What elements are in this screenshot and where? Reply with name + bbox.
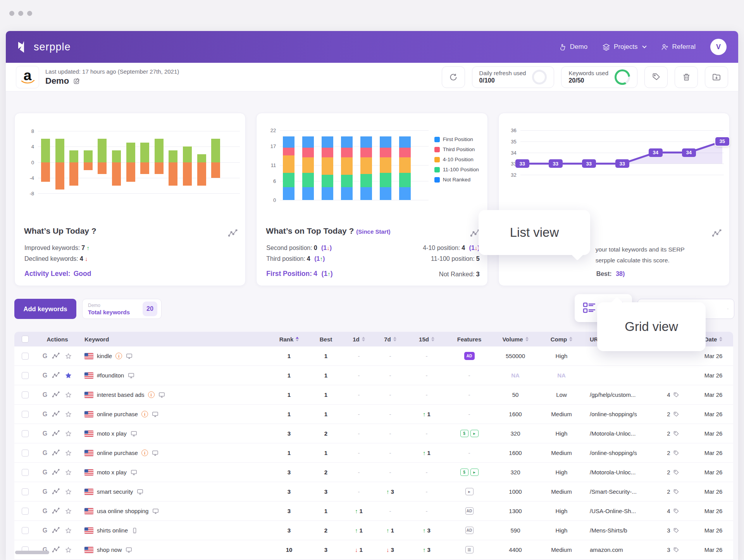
keyword-label[interactable]: online purchase <box>97 450 138 456</box>
google-icon[interactable]: G <box>43 372 47 379</box>
star-icon-filled[interactable] <box>65 372 72 379</box>
serp-graph-icon[interactable] <box>52 527 60 534</box>
add-keywords-button[interactable]: Add keywords <box>14 299 76 319</box>
nav-item-referral[interactable]: Referral <box>661 43 696 51</box>
column-header-volume[interactable]: Volume <box>487 332 544 346</box>
row-checkbox[interactable] <box>22 488 29 495</box>
brand[interactable]: serpple <box>17 40 71 53</box>
serp-graph-icon[interactable] <box>52 372 60 379</box>
star-icon[interactable] <box>65 488 72 495</box>
tag-icon[interactable] <box>673 392 679 398</box>
tags-count[interactable]: 4 <box>667 501 679 520</box>
url-link[interactable]: amazon.com <box>590 546 623 553</box>
nav-item-projects[interactable]: Projects <box>602 43 646 51</box>
keyword-label[interactable]: #founditon <box>97 372 124 379</box>
row-checkbox[interactable] <box>22 391 29 398</box>
search-icon[interactable] <box>727 305 728 313</box>
tag-icon[interactable] <box>673 508 679 514</box>
table-row[interactable]: Gmoto x play32---$▸320High/Motorola-Unlo… <box>14 424 733 443</box>
tag-icon[interactable] <box>673 489 679 495</box>
tags-count[interactable]: 3 <box>667 540 679 559</box>
table-row[interactable]: Gmoto x play32---$▸320High/Motorola-Unlo… <box>14 463 733 482</box>
row-checkbox[interactable] <box>22 469 29 476</box>
serp-graph-icon[interactable] <box>52 488 60 495</box>
star-icon[interactable] <box>65 430 72 437</box>
keyword-label[interactable]: shirts online <box>97 527 128 534</box>
star-icon[interactable] <box>65 391 72 398</box>
activity-icon[interactable] <box>228 229 238 239</box>
table-row[interactable]: Gonline purchasei11--1-1600Medium/online… <box>14 443 733 463</box>
keyword-label[interactable]: moto x play <box>97 469 127 476</box>
sort-icon[interactable] <box>569 337 572 341</box>
table-row[interactable]: Ginterest based adsi11----50Low/gp/help/… <box>14 385 733 405</box>
url-link[interactable]: /Motorola-Unloc... <box>590 469 636 476</box>
horizontal-scrollbar[interactable] <box>15 551 49 554</box>
google-icon[interactable]: G <box>43 391 47 398</box>
tag-icon[interactable] <box>673 431 679 437</box>
serp-graph-icon[interactable] <box>52 508 60 514</box>
row-checkbox[interactable] <box>22 353 29 360</box>
serp-graph-icon[interactable] <box>52 546 60 553</box>
column-header-rank[interactable]: Rank <box>265 332 313 346</box>
user-avatar[interactable]: V <box>710 39 727 55</box>
tag-icon[interactable] <box>673 450 679 456</box>
sort-icon[interactable] <box>525 337 529 341</box>
url-link[interactable]: /online-shopping/s <box>590 450 637 456</box>
row-checkbox[interactable] <box>22 411 29 418</box>
row-checkbox[interactable] <box>22 450 29 457</box>
google-icon[interactable]: G <box>43 353 47 360</box>
star-icon[interactable] <box>65 469 72 476</box>
info-icon[interactable]: i <box>115 353 122 359</box>
info-icon[interactable]: i <box>148 391 155 398</box>
tags-count[interactable]: 2 <box>667 482 679 501</box>
star-icon[interactable] <box>65 411 72 418</box>
row-checkbox[interactable] <box>22 372 29 379</box>
sort-icon[interactable] <box>393 337 396 341</box>
star-icon[interactable] <box>65 546 72 553</box>
keyword-label[interactable]: usa online shopping <box>97 508 148 514</box>
move-folder-button[interactable] <box>705 66 728 88</box>
tag-icon[interactable] <box>673 469 679 476</box>
tag-icon[interactable] <box>673 411 679 417</box>
serp-graph-icon[interactable] <box>52 391 60 398</box>
column-header-15d[interactable]: 15d <box>401 332 452 346</box>
tags-count[interactable]: 2 <box>667 443 679 462</box>
url-link[interactable]: /Mens-Shirts/b <box>590 527 627 534</box>
table-row[interactable]: Gusa online shopping311--AD1300High/USA-… <box>14 501 733 521</box>
select-all-checkbox[interactable] <box>22 336 29 343</box>
google-icon[interactable]: G <box>43 411 47 418</box>
google-icon[interactable]: G <box>43 527 47 534</box>
list-view-button[interactable] <box>581 300 598 317</box>
nav-item-demo[interactable]: Demo <box>558 43 587 51</box>
google-icon[interactable]: G <box>43 488 47 495</box>
tag-icon[interactable] <box>673 527 679 534</box>
star-icon[interactable] <box>65 353 72 360</box>
serp-graph-icon[interactable] <box>52 353 60 359</box>
tag-icon[interactable] <box>673 547 679 553</box>
star-icon[interactable] <box>65 450 72 457</box>
row-checkbox[interactable] <box>22 527 29 534</box>
table-row[interactable]: Gshop now103133☰4400Mediumamazon.com3Mar… <box>14 540 733 560</box>
column-header-7d[interactable]: 7d <box>379 332 401 346</box>
url-link[interactable]: /Motorola-Unloc... <box>590 430 636 437</box>
url-link[interactable]: /USA-Online-Sh... <box>590 508 636 514</box>
column-header-1d[interactable]: 1d <box>339 332 379 346</box>
tags-count[interactable]: 2 <box>667 405 679 424</box>
sort-icon[interactable] <box>719 337 722 341</box>
star-icon[interactable] <box>65 527 72 534</box>
url-link[interactable]: /gp/help/custom... <box>590 391 636 398</box>
table-row[interactable]: Gonline purchasei11--1-1600Medium/online… <box>14 405 733 424</box>
activity-icon[interactable] <box>712 229 722 239</box>
keyword-label[interactable]: interest based ads <box>97 391 145 398</box>
keyword-label[interactable]: moto x play <box>97 430 127 437</box>
keyword-label[interactable]: smart security <box>97 488 133 495</box>
tags-count[interactable]: 2 <box>667 463 679 482</box>
sort-icon[interactable] <box>296 337 299 341</box>
column-header-comp[interactable]: Comp <box>544 332 579 346</box>
star-icon[interactable] <box>65 508 72 515</box>
keyword-label[interactable]: shop now <box>97 546 122 553</box>
google-icon[interactable]: G <box>43 508 47 515</box>
info-icon[interactable]: i <box>141 450 148 456</box>
serp-graph-icon[interactable] <box>52 469 60 476</box>
tag-button[interactable] <box>644 66 668 88</box>
